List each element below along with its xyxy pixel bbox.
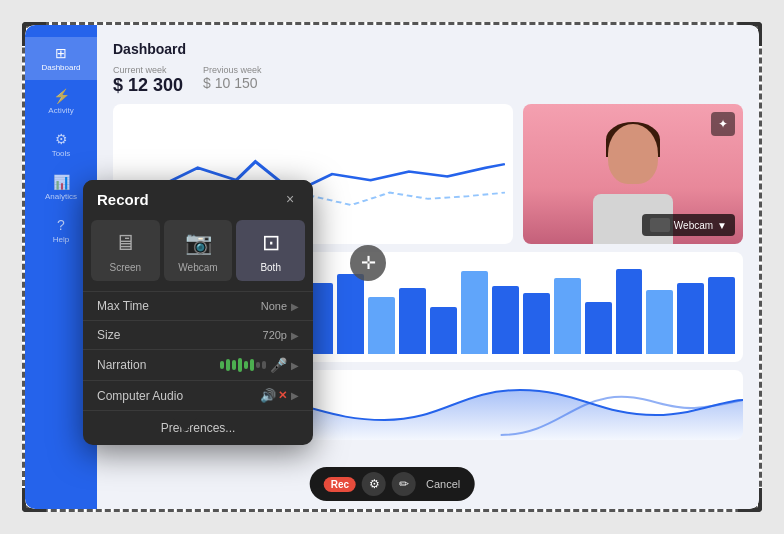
bar-8	[368, 297, 395, 354]
sidebar-label-activity: Activity	[48, 106, 73, 115]
webcam-mode-label: Webcam	[178, 262, 217, 273]
stat-previous-week: Previous week $ 10 150	[203, 65, 262, 96]
sidebar-label-dashboard: Dashboard	[41, 63, 80, 72]
mode-row: 🖥 Screen 📷 Webcam ⊡ Both	[83, 216, 313, 291]
rec-badge: Rec	[324, 477, 356, 492]
bar-19	[708, 277, 735, 354]
max-time-value: None	[261, 300, 287, 312]
stat-value-previous: $ 10 150	[203, 75, 262, 91]
sidebar-label-tools: Tools	[52, 149, 71, 158]
bar-17	[646, 290, 673, 354]
preferences-label: Preferences...	[161, 421, 236, 435]
n-bar-2	[226, 359, 230, 371]
screen-icon: 🖥	[114, 230, 136, 256]
n-bar-7	[256, 362, 260, 368]
sidebar-label-analytics: Analytics	[45, 192, 77, 201]
webcam-thumbnail-small	[650, 218, 670, 232]
size-value: 720p	[263, 329, 287, 341]
size-arrow[interactable]: ▶	[291, 330, 299, 341]
n-bar-5	[244, 361, 248, 369]
both-icon: ⊡	[262, 230, 280, 256]
bar-14	[554, 278, 581, 354]
bar-16	[616, 269, 643, 354]
mode-webcam-button[interactable]: 📷 Webcam	[164, 220, 233, 281]
mode-both-button[interactable]: ⊡ Both	[236, 220, 305, 281]
dialog-header: Record ×	[83, 180, 313, 216]
toolbar-settings-button[interactable]: ⚙	[362, 472, 386, 496]
sidebar-item-activity[interactable]: ⚡ Activity	[25, 80, 97, 123]
size-label: Size	[97, 328, 263, 342]
bar-11	[461, 271, 488, 354]
sidebar-label-help: Help	[53, 235, 69, 244]
narration-label: Narration	[97, 358, 220, 372]
setting-computer-audio: Computer Audio 🔊 ✕ ▶	[83, 380, 313, 410]
narration-mic-icon: 🎤	[270, 357, 287, 373]
setting-max-time: Max Time None ▶	[83, 291, 313, 320]
preferences-button[interactable]: Preferences...	[83, 410, 313, 445]
help-icon: ?	[57, 217, 65, 233]
page-title: Dashboard	[113, 41, 743, 57]
n-bar-1	[220, 361, 224, 369]
max-time-arrow[interactable]: ▶	[291, 301, 299, 312]
audio-arrow[interactable]: ▶	[291, 390, 299, 401]
stat-label-previous: Previous week	[203, 65, 262, 75]
dialog-title: Record	[97, 191, 149, 208]
webcam-view: ✦ Webcam ▼	[523, 104, 743, 244]
activity-icon: ⚡	[53, 88, 70, 104]
webcam-label: Webcam	[674, 220, 713, 231]
n-bar-3	[232, 360, 236, 370]
bottom-toolbar: Rec ⚙ ✏ Cancel	[310, 467, 475, 501]
bar-12	[492, 286, 519, 354]
stat-current-week: Current week $ 12 300	[113, 65, 183, 96]
n-bar-8	[262, 361, 266, 369]
record-dialog: Record × 🖥 Screen 📷 Webcam ⊡ Both	[83, 180, 313, 445]
person-head	[608, 124, 658, 184]
wand-button[interactable]: ✦	[711, 112, 735, 136]
bar-7	[337, 274, 364, 354]
cancel-button[interactable]: Cancel	[426, 478, 460, 490]
tools-icon: ⚙	[55, 131, 68, 147]
mute-icon: ✕	[278, 389, 287, 402]
sidebar-item-tools[interactable]: ⚙ Tools	[25, 123, 97, 166]
bar-13	[523, 293, 550, 354]
screen-label: Screen	[109, 262, 141, 273]
pencil-icon: ✏	[399, 477, 409, 491]
close-button[interactable]: ×	[281, 190, 299, 208]
move-icon[interactable]: ✛	[350, 245, 386, 281]
sidebar-item-dashboard[interactable]: ⊞ Dashboard	[25, 37, 97, 80]
webcam-dropdown-arrow[interactable]: ▼	[717, 220, 727, 231]
mode-screen-button[interactable]: 🖥 Screen	[91, 220, 160, 281]
dashboard-background: ⊞ Dashboard ⚡ Activity ⚙ Tools 📊 Analyti…	[25, 25, 759, 509]
stat-value-current: $ 12 300	[113, 75, 183, 96]
stat-label-current: Current week	[113, 65, 183, 75]
gear-icon: ⚙	[369, 477, 380, 491]
audio-status: 🔊 ✕	[260, 388, 287, 403]
webcam-label-bar: Webcam ▼	[642, 214, 735, 236]
bar-18	[677, 283, 704, 354]
speaker-icon: 🔊	[260, 388, 276, 403]
bar-10	[430, 307, 457, 354]
bar-9	[399, 288, 426, 354]
dashboard-icon: ⊞	[55, 45, 67, 61]
stats-row: Current week $ 12 300 Previous week $ 10…	[113, 65, 743, 96]
bar-15	[585, 302, 612, 354]
webcam-mode-icon: 📷	[185, 230, 212, 256]
n-bar-6	[250, 359, 254, 371]
setting-narration: Narration 🎤 ▶	[83, 349, 313, 380]
n-bar-4	[238, 358, 242, 372]
narration-arrow[interactable]: ▶	[291, 360, 299, 371]
narration-level	[220, 358, 266, 372]
outer-frame: ⊞ Dashboard ⚡ Activity ⚙ Tools 📊 Analyti…	[22, 22, 762, 512]
toolbar-edit-button[interactable]: ✏	[392, 472, 416, 496]
computer-audio-label: Computer Audio	[97, 389, 260, 403]
both-label: Both	[260, 262, 281, 273]
setting-size: Size 720p ▶	[83, 320, 313, 349]
analytics-icon: 📊	[53, 174, 70, 190]
dialog-tail	[173, 418, 197, 432]
max-time-label: Max Time	[97, 299, 261, 313]
